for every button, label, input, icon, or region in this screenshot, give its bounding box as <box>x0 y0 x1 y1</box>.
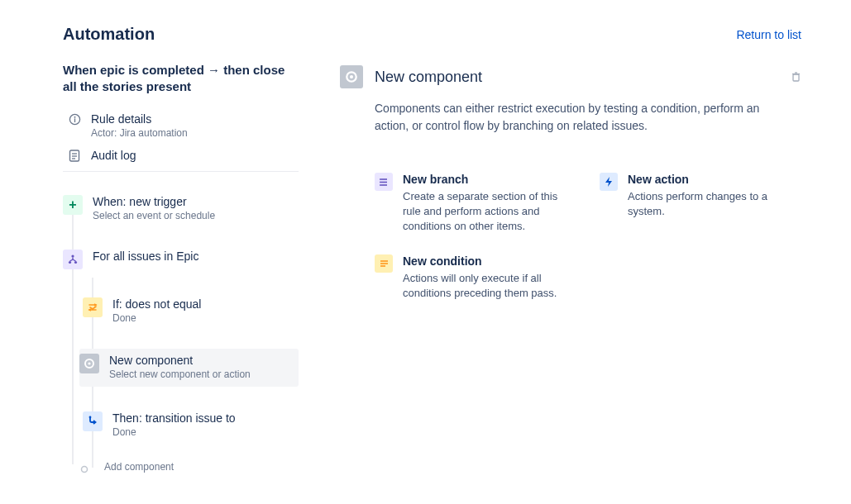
svg-point-24 <box>380 184 381 186</box>
svg-point-15 <box>350 75 353 78</box>
action-node[interactable]: Then: transition issue to Done <box>83 408 299 441</box>
detail-description: Components can either restrict execution… <box>375 100 801 135</box>
rule-details-row[interactable]: Rule details Actor: Jira automation <box>63 107 299 144</box>
svg-marker-25 <box>605 177 612 187</box>
return-to-list-link[interactable]: Return to list <box>736 28 801 41</box>
trigger-node[interactable]: + When: new trigger Select an event or s… <box>63 192 299 225</box>
option-condition-desc: Actions will only execute if all conditi… <box>403 271 576 301</box>
condition-node[interactable]: If: does not equal Done <box>83 294 299 327</box>
option-branch-title: New branch <box>403 173 576 186</box>
rule-details-label: Rule details <box>91 112 188 126</box>
new-component-title: New component <box>109 354 251 367</box>
rule-actor-label: Actor: Jira automation <box>91 127 188 139</box>
audit-log-label: Audit log <box>91 149 136 162</box>
component-icon <box>79 354 99 373</box>
action-option-icon <box>600 173 618 191</box>
transition-icon <box>83 411 103 431</box>
condition-icon <box>83 297 103 317</box>
option-new-action[interactable]: New action Actions perform changes to a … <box>600 173 801 235</box>
add-component-node[interactable]: Add component <box>83 456 299 483</box>
svg-point-13 <box>82 466 88 472</box>
option-action-desc: Actions perform changes to a system. <box>628 189 801 219</box>
action-title: Then: transition issue to <box>112 411 236 425</box>
svg-point-23 <box>380 181 381 183</box>
svg-point-9 <box>74 260 77 263</box>
plus-icon: + <box>63 195 83 215</box>
svg-point-22 <box>380 178 381 180</box>
detail-component-icon <box>340 65 363 88</box>
svg-point-11 <box>88 362 90 364</box>
branch-node[interactable]: For all issues in Epic <box>63 246 299 273</box>
add-component-label: Add component <box>104 461 174 473</box>
branch-icon <box>63 250 83 269</box>
new-component-sub: Select new component or action <box>109 368 251 380</box>
option-action-title: New action <box>628 173 801 186</box>
page-title: Automation <box>63 25 155 44</box>
rule-name: When epic is completed → then close all … <box>63 62 299 96</box>
detail-title: New component <box>375 69 784 86</box>
delete-icon[interactable] <box>791 71 801 83</box>
info-icon <box>68 113 81 126</box>
condition-sub: Done <box>112 312 201 324</box>
svg-point-12 <box>88 416 91 419</box>
option-new-branch[interactable]: New branch Create a separate section of … <box>375 173 576 235</box>
audit-log-row[interactable]: Audit log <box>63 144 299 172</box>
option-branch-desc: Create a separate section of this rule a… <box>403 189 576 235</box>
option-condition-title: New condition <box>403 254 576 268</box>
svg-point-7 <box>71 254 74 257</box>
log-icon <box>68 150 81 163</box>
add-dot-icon <box>74 459 94 479</box>
branch-title: For all issues in Epic <box>93 250 198 263</box>
action-sub: Done <box>112 426 236 438</box>
condition-option-icon <box>375 254 393 273</box>
svg-rect-2 <box>74 118 74 122</box>
option-new-condition[interactable]: New condition Actions will only execute … <box>375 254 576 301</box>
branch-option-icon <box>375 173 393 191</box>
trigger-title: When: new trigger <box>93 195 215 208</box>
trigger-sub: Select an event or schedule <box>93 210 215 221</box>
svg-point-1 <box>74 116 75 118</box>
condition-title: If: does not equal <box>112 297 201 311</box>
new-component-node[interactable]: New component Select new component or ac… <box>79 349 299 387</box>
svg-point-8 <box>69 260 71 263</box>
svg-rect-16 <box>793 74 799 81</box>
